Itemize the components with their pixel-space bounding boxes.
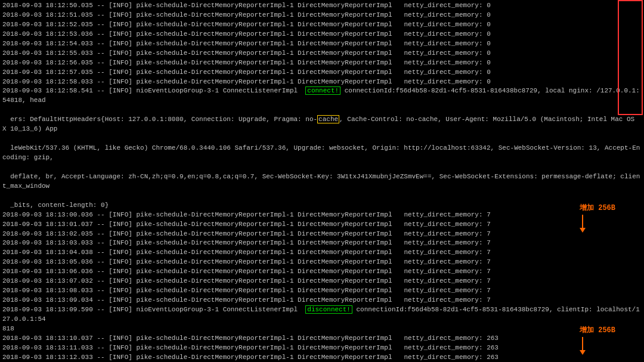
log-line: 2018-09-03 18:12:57.035 -- [INFO] pike-s… (2, 68, 642, 78)
log-line: 2018-09-03 18:12:50.035 -- [INFO] pike-s… (2, 1, 642, 11)
log-line: 2018-09-03 18:13:11.033 -- [INFO] pike-s… (2, 344, 642, 353)
log-line: 2018-09-03 18:13:05.036 -- [INFO] pike-s… (2, 258, 642, 267)
log-line: 2018-09-03 18:13:06.036 -- [INFO] pike-s… (2, 267, 642, 277)
disconnect-badge: disconnect! (305, 305, 352, 314)
log-line: 2018-09-03 18:12:56.035 -- [INFO] pike-s… (2, 58, 642, 68)
arrow-svg-2 (580, 337, 603, 355)
log-line: 2018-09-03 18:12:58.033 -- [INFO] pike-s… (2, 78, 642, 87)
log-line: 2018-09-03 18:13:08.033 -- [INFO] pike-s… (2, 286, 642, 296)
log-line: 2018-09-03 18:13:03.033 -- [INFO] pike-s… (2, 239, 642, 248)
log-line: 2018-09-03 18:13:04.038 -- [INFO] pike-s… (2, 248, 642, 258)
disconnect-log-line: 2018-09-03 18:13:09.590 -- [INFO] nioEve… (2, 305, 642, 334)
log-line: 2018-09-03 18:12:52.035 -- [INFO] pike-s… (2, 20, 642, 30)
svg-marker-3 (580, 350, 586, 355)
annotation-increase-256b-2: 增加 256B (580, 326, 615, 355)
log-line: 2018-09-03 18:13:12.033 -- [INFO] pike-s… (2, 353, 642, 362)
log-line: 2018-09-03 18:13:10.037 -- [INFO] pike-s… (2, 334, 642, 344)
log-line: 2018-09-03 18:13:09.034 -- [INFO] pike-s… (2, 296, 642, 305)
connect-badge: connect! (305, 86, 340, 95)
log-line: 2018-09-03 18:13:07.032 -- [INFO] pike-s… (2, 277, 642, 286)
log-line: 2018-09-03 18:13:00.036 -- [INFO] pike-s… (2, 211, 642, 220)
annotation-increase-256b-1: 增加 256B (580, 203, 615, 233)
log-line: 2018-09-03 18:12:54.033 -- [INFO] pike-s… (2, 39, 642, 49)
log-line: 2018-09-03 18:13:02.035 -- [INFO] pike-s… (2, 230, 642, 239)
log-container: 2018-09-03 18:12:50.035 -- [INFO] pike-s… (0, 0, 644, 362)
svg-marker-1 (580, 228, 586, 233)
log-line: 2018-09-03 18:12:53.036 -- [INFO] pike-s… (2, 30, 642, 39)
log-line: 2018-09-03 18:12:55.033 -- [INFO] pike-s… (2, 49, 642, 58)
log-line: 2018-09-03 18:12:51.035 -- [INFO] pike-s… (2, 11, 642, 20)
connect-log-line: 2018-09-03 18:12:58.541 -- [INFO] nioEve… (2, 86, 642, 210)
arrow-svg-1 (580, 215, 603, 233)
log-line: 2018-09-03 18:13:01.037 -- [INFO] pike-s… (2, 220, 642, 230)
